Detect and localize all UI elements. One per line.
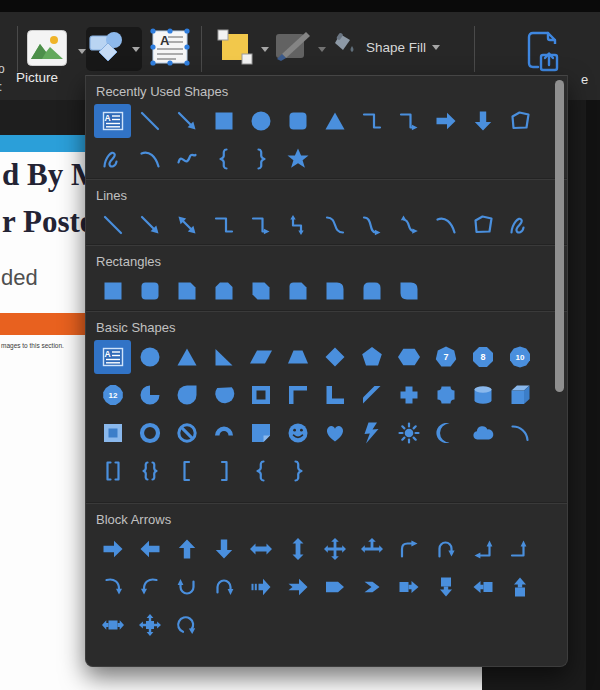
shape-bent-up-arrow[interactable]	[501, 532, 538, 566]
shape-isoceles-triangle[interactable]	[316, 104, 353, 138]
shape-right-bracket[interactable]	[205, 454, 242, 488]
shape-curve[interactable]	[131, 142, 168, 176]
shape-up-down-arrow[interactable]	[279, 532, 316, 566]
shape-line[interactable]	[131, 104, 168, 138]
shape-double-arrow[interactable]	[168, 208, 205, 242]
shape-left-bracket[interactable]	[168, 454, 205, 488]
shape-heptagon[interactable]: 7	[427, 340, 464, 374]
shape-rounded-rectangle[interactable]	[131, 274, 168, 308]
shape-hexagon[interactable]	[390, 340, 427, 374]
picture-dropdown-arrow[interactable]	[78, 49, 86, 54]
shape-block-right-arrow[interactable]	[94, 532, 131, 566]
shape-right-brace[interactable]	[279, 454, 316, 488]
shape-left-arrow-callout[interactable]	[464, 570, 501, 604]
shape-left-brace[interactable]	[242, 454, 279, 488]
shape-quad-arrow-callout[interactable]	[131, 608, 168, 642]
shape-round-single-corner[interactable]	[316, 274, 353, 308]
shape-snip-diagonal[interactable]	[242, 274, 279, 308]
shape-arrow[interactable]	[131, 208, 168, 242]
shape-lightning[interactable]	[353, 416, 390, 450]
shape-rounded-rectangle[interactable]	[279, 104, 316, 138]
shape-block-down-arrow[interactable]	[464, 104, 501, 138]
shape-block-up-arrow[interactable]	[168, 532, 205, 566]
shapes-button[interactable]	[86, 27, 142, 71]
shape-smiley[interactable]	[279, 416, 316, 450]
shape-rectangle[interactable]	[205, 104, 242, 138]
shape-left-up-arrow[interactable]	[464, 532, 501, 566]
shape-octagon[interactable]: 8	[464, 340, 501, 374]
shape-star[interactable]	[279, 142, 316, 176]
shape-curved-connector[interactable]	[316, 208, 353, 242]
shape-round-same-side[interactable]	[353, 274, 390, 308]
shape-arc[interactable]	[501, 416, 538, 450]
shape-u-turn-arrow[interactable]	[427, 532, 464, 566]
format-painter-button[interactable]	[272, 28, 326, 70]
shape-arrow[interactable]	[168, 104, 205, 138]
shape-squiggle[interactable]	[168, 142, 205, 176]
shape-block-down-arrow[interactable]	[205, 532, 242, 566]
shape-scribble[interactable]	[94, 142, 131, 176]
shape-isoceles-triangle[interactable]	[168, 340, 205, 374]
shape-half-frame[interactable]	[279, 378, 316, 412]
shape-parallelogram[interactable]	[242, 340, 279, 374]
shape-decagon[interactable]: 10	[501, 340, 538, 374]
picture-button[interactable]	[26, 29, 86, 73]
shape-round-diagonal[interactable]	[390, 274, 427, 308]
shape-can[interactable]	[464, 378, 501, 412]
shape-snip-same-side[interactable]	[205, 274, 242, 308]
shape-pentagon[interactable]	[353, 340, 390, 374]
shape-style-dropdown-arrow[interactable]	[261, 47, 269, 52]
shape-elbow-connector[interactable]	[353, 104, 390, 138]
shape-dodecagon[interactable]: 12	[94, 378, 131, 412]
shape-bent-arrow[interactable]	[390, 532, 427, 566]
shape-folded-corner[interactable]	[242, 416, 279, 450]
shape-pentagon-arrow[interactable]	[316, 570, 353, 604]
shape-snip-single-corner[interactable]	[168, 274, 205, 308]
shape-heart[interactable]	[316, 416, 353, 450]
shape-left-right-arrow[interactable]	[242, 532, 279, 566]
shape-frame[interactable]	[242, 378, 279, 412]
shape-moon[interactable]	[427, 416, 464, 450]
shape-donut[interactable]	[131, 416, 168, 450]
shape-cube[interactable]	[501, 378, 538, 412]
shape-chevron-arrow[interactable]	[353, 570, 390, 604]
shape-trapezoid[interactable]	[279, 340, 316, 374]
shape-bevel[interactable]	[94, 416, 131, 450]
shape-oval[interactable]	[242, 104, 279, 138]
shape-elbow-arrow-connector[interactable]	[242, 208, 279, 242]
shape-quad-arrow[interactable]	[316, 532, 353, 566]
shape-pie[interactable]	[131, 378, 168, 412]
shape-cross[interactable]	[390, 378, 427, 412]
shape-curved-arrow-connector[interactable]	[353, 208, 390, 242]
shape-freeform-shape[interactable]	[501, 104, 538, 138]
shape-text-box-selected[interactable]: A	[94, 340, 131, 374]
shape-style-button[interactable]	[215, 28, 269, 70]
shape-elbow-connector[interactable]	[205, 208, 242, 242]
scrollbar-thumb[interactable]	[555, 80, 564, 392]
shape-block-right-arrow[interactable]	[427, 104, 464, 138]
shape-block-left-arrow[interactable]	[131, 532, 168, 566]
shape-right-arrow-callout[interactable]	[390, 570, 427, 604]
shape-no-symbol[interactable]	[168, 416, 205, 450]
shape-right-brace[interactable]	[242, 142, 279, 176]
shape-cloud[interactable]	[464, 416, 501, 450]
shape-up-arrow-callout[interactable]	[501, 570, 538, 604]
shape-text-box-selected[interactable]: A	[94, 104, 131, 138]
shape-elbow-double-arrow-connector[interactable]	[279, 208, 316, 242]
shape-curved-right-arrow[interactable]	[94, 570, 131, 604]
shape-teardrop[interactable]	[168, 378, 205, 412]
shape-left-right-arrow-callout[interactable]	[94, 608, 131, 642]
shape-diamond[interactable]	[316, 340, 353, 374]
shape-rectangle[interactable]	[94, 274, 131, 308]
shape-left-brace[interactable]	[205, 142, 242, 176]
shape-notched-right-arrow[interactable]	[279, 570, 316, 604]
shape-line[interactable]	[94, 208, 131, 242]
shape-curved-double-arrow-connector[interactable]	[390, 208, 427, 242]
shape-circular-arrow[interactable]	[168, 608, 205, 642]
shape-l-shape[interactable]	[316, 378, 353, 412]
shape-elbow-arrow-connector[interactable]	[390, 104, 427, 138]
shapes-dropdown-arrow[interactable]	[132, 47, 140, 52]
shape-down-arrow-callout[interactable]	[427, 570, 464, 604]
shape-diagonal-stripe[interactable]	[353, 378, 390, 412]
shape-right-triangle[interactable]	[205, 340, 242, 374]
